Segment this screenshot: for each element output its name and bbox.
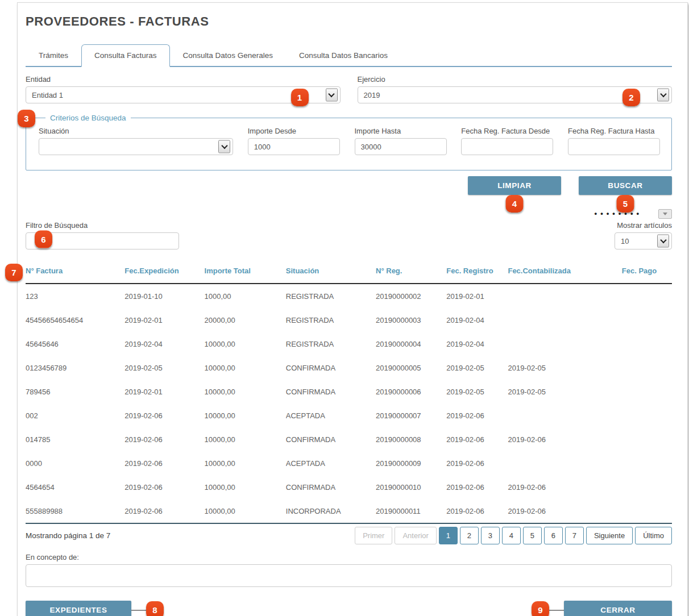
pagination-button-5[interactable]: 5: [523, 527, 542, 544]
dots-row: ••••••••: [26, 209, 672, 219]
table-row[interactable]: 0147852019-02-0610000,00CONFIRMADA201900…: [26, 427, 672, 451]
table-cell: INCORPORADA: [286, 499, 376, 523]
table-cell: 10000,00: [205, 356, 286, 380]
table-cell: 20190000004: [376, 332, 446, 356]
table-row[interactable]: 5558899882019-02-0610000,00INCORPORADA20…: [26, 499, 672, 523]
pagination-button-último[interactable]: Último: [635, 527, 672, 544]
column-header-expedicion: Fec.Expedición: [124, 262, 204, 284]
callout-badge-5: 5: [617, 195, 634, 213]
chevron-down-icon[interactable]: [657, 235, 669, 248]
table-cell: [622, 308, 672, 332]
table-row[interactable]: 01234567892019-02-0510000,00CONFIRMADA20…: [26, 356, 672, 380]
pagination-button-7[interactable]: 7: [565, 527, 584, 544]
table-cell: 2019-02-06: [124, 475, 204, 499]
table-cell: 2019-02-06: [124, 451, 204, 475]
table-row[interactable]: 456456462019-02-0410000,00REGISTRADA2019…: [26, 332, 672, 356]
tab-tramites[interactable]: Trámites: [26, 44, 81, 66]
fecha-hasta-input[interactable]: [568, 138, 660, 155]
table-cell: 10000,00: [205, 475, 286, 499]
mostrar-selected-value: 10: [621, 237, 629, 245]
limpiar-wrap: LIMPIAR 4: [468, 176, 561, 195]
criteria-fields-row: Situación Importe Desde Importe Hasta Fe…: [39, 127, 660, 155]
column-header-fec-contabilizada: Fec.Contabilizada: [508, 262, 621, 284]
chevron-down-icon[interactable]: [657, 89, 669, 102]
pagination-button-4[interactable]: 4: [502, 527, 521, 544]
importe-hasta-input[interactable]: [355, 138, 447, 155]
pagination-button-6[interactable]: 6: [544, 527, 563, 544]
importe-desde-input[interactable]: [248, 138, 340, 155]
table-row[interactable]: 00002019-02-0610000,00ACEPTADA2019000000…: [26, 451, 672, 475]
table-cell: 2019-02-01: [124, 380, 204, 403]
pagination-button-siguiente[interactable]: Siguiente: [586, 527, 633, 544]
table-cell: 10000,00: [205, 451, 286, 475]
table-cell: [622, 332, 672, 356]
fecha-desde-input[interactable]: [461, 138, 553, 155]
table-cell: 2019-02-06: [446, 499, 508, 523]
table-cell: ACEPTADA: [286, 403, 376, 427]
table-cell: [508, 308, 621, 332]
table-row[interactable]: 7894562019-02-0110000,00CONFIRMADA201900…: [26, 380, 672, 403]
dropdown-arrow-button[interactable]: [658, 209, 672, 219]
table-cell: 0000: [26, 451, 124, 475]
table-cell: [508, 332, 621, 356]
table-cell: 45456654654654: [26, 308, 124, 332]
table-cell: [622, 427, 672, 451]
pagination-button-2[interactable]: 2: [460, 527, 479, 544]
pagination-status: Mostrando página 1 de 7: [26, 531, 110, 540]
table-header-row: N° Factura Fec.Expedición Importe Total …: [26, 262, 672, 284]
column-header-nreg: N° Reg.: [376, 262, 446, 284]
situacion-field-group: Situación: [39, 127, 233, 155]
chevron-down-icon[interactable]: [326, 89, 338, 102]
fecha-desde-label: Fecha Reg. Factura Desde: [461, 127, 553, 135]
concepto-textarea[interactable]: [26, 564, 672, 587]
tab-consulta-facturas[interactable]: Consulta Facturas: [81, 44, 170, 67]
pagination-button-3[interactable]: 3: [481, 527, 500, 544]
triangle-down-icon: [663, 213, 667, 215]
table-cell: 20190000010: [376, 475, 446, 499]
column-header-factura: N° Factura: [26, 262, 124, 284]
table-cell: REGISTRADA: [286, 284, 376, 308]
table-cell: 1000,00: [205, 284, 286, 308]
importe-desde-label: Importe Desde: [248, 127, 340, 135]
concepto-label: En concepto de:: [26, 553, 672, 561]
buscar-button[interactable]: BUSCAR: [579, 176, 672, 195]
fecha-hasta-field-group: Fecha Reg. Factura Hasta: [568, 127, 660, 155]
table-cell: 2019-01-10: [124, 284, 204, 308]
expedientes-button[interactable]: EXPEDIENTES: [26, 601, 131, 616]
table-row[interactable]: 454566546546542019-02-0120000,00REGISTRA…: [26, 308, 672, 332]
pagination-button-primer: Primer: [355, 527, 392, 544]
fecha-hasta-label: Fecha Reg. Factura Hasta: [568, 127, 660, 135]
column-header-importe: Importe Total: [205, 262, 286, 284]
entidad-label: Entidad: [26, 75, 341, 84]
invoices-table: N° Factura Fec.Expedición Importe Total …: [26, 262, 672, 523]
table-row[interactable]: 0022019-02-0610000,00ACEPTADA20190000007…: [26, 403, 672, 427]
column-header-fec-pago: Fec. Pago: [622, 262, 672, 284]
callout-badge-2: 2: [622, 89, 640, 106]
table-row[interactable]: 45646542019-02-0610000,00CONFIRMADA20190…: [26, 475, 672, 499]
cerrar-group: 9 CERRAR: [532, 601, 672, 616]
importe-hasta-label: Importe Hasta: [355, 127, 447, 135]
mostrar-articulos-label: Mostrar artículos: [580, 221, 672, 230]
table-cell: 2019-02-04: [124, 332, 204, 356]
chevron-down-icon[interactable]: [218, 140, 230, 153]
pagination-button-1[interactable]: 1: [439, 527, 458, 544]
table-row[interactable]: 1232019-01-101000,00REGISTRADA2019000000…: [26, 284, 672, 308]
table-cell: 123: [26, 284, 124, 308]
table-cell: [622, 475, 672, 499]
ejercicio-field-group: Ejercicio 2019 2: [358, 75, 673, 103]
importe-desde-field-group: Importe Desde: [248, 127, 340, 155]
table-cell: 2019-02-06: [446, 403, 508, 427]
situacion-select[interactable]: [39, 138, 233, 155]
fecha-desde-field-group: Fecha Reg. Factura Desde: [461, 127, 553, 155]
table-cell: 2019-02-01: [446, 284, 508, 308]
tab-consulta-datos-bancarios[interactable]: Consulta Datos Bancarios: [286, 44, 401, 66]
limpiar-button[interactable]: LIMPIAR: [468, 176, 561, 195]
table-cell: 10000,00: [205, 427, 286, 451]
table-cell: 2019-02-06: [446, 475, 508, 499]
cerrar-button[interactable]: CERRAR: [564, 601, 672, 616]
mostrar-articulos-select[interactable]: 10: [615, 232, 672, 249]
table-cell: 2019-02-06: [508, 475, 621, 499]
table-cell: 4564654: [26, 475, 124, 499]
callout-badge-9: 9: [532, 601, 549, 616]
tab-consulta-datos-generales[interactable]: Consulta Datos Generales: [170, 44, 286, 66]
